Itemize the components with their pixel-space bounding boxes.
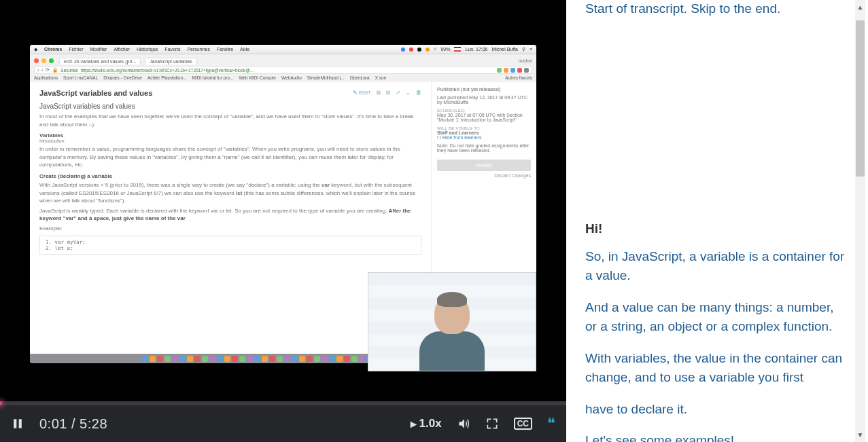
section-heading: JavaScript variables and values (39, 103, 421, 110)
bookmark: Achier Playstation... (147, 75, 186, 80)
url-text: https://studio.edx.org/container/block-v… (81, 68, 254, 73)
visibility-value: Staff and Learners (437, 130, 479, 135)
menu-item: Modifier (90, 47, 107, 52)
mac-menubar: ◆ Chrome Fichier Modifier Afficher Histo… (30, 45, 536, 54)
bookmark: Sport | myCANAL (63, 75, 98, 80)
secure-label: Sécurisé (60, 68, 77, 73)
video-pane: ◆ Chrome Fichier Modifier Afficher Histo… (0, 0, 566, 442)
svg-rect-1 (19, 419, 22, 428)
captions-button[interactable]: CC (514, 418, 532, 430)
spotlight-icon: ⚲ (522, 47, 525, 52)
menu-item: Fenêtre (217, 47, 233, 52)
browser-tab: edX JS variables and values (pri... (59, 58, 141, 65)
transcript-scroll[interactable]: Start of transcript. Skip to the end. Hi… (566, 0, 853, 442)
speed-value: 1.0x (419, 417, 442, 430)
transcript-line[interactable]: So, in JavaScript, a variable is a conta… (585, 247, 848, 286)
menu-icon: ≡ (530, 47, 532, 52)
code-example: 1. var myVar; 2. let a; (39, 236, 421, 255)
progress-bar[interactable] (0, 401, 566, 405)
progress-played (0, 401, 2, 405)
schedule-text: May 30, 2017 at 07:00 UTC with Section "… (437, 113, 531, 122)
discard-link: Discard Changes (437, 173, 531, 178)
publish-status: Published (not yet released) (437, 86, 531, 92)
profile-name: michel (519, 58, 532, 63)
subheading-small: Introduction (39, 139, 421, 143)
menu-item: Personnes (187, 47, 209, 52)
menu-item: Fichier (69, 47, 83, 52)
fullscreen-button[interactable] (485, 417, 499, 430)
transcript-line[interactable]: Let's see some examples! (585, 431, 848, 442)
subheading: Variables (39, 132, 421, 139)
menu-item: Aide (240, 47, 249, 52)
status-dot (401, 48, 405, 52)
menu-item: Favoris (165, 47, 181, 52)
flag-icon (454, 47, 461, 52)
page-title-row: JavaScript variables and values ✎ EDIT ⧉… (39, 89, 421, 97)
mac-username: Michel Buffa (492, 47, 518, 52)
menu-item: Afficher (114, 47, 130, 52)
transcript-greeting[interactable]: Hi! (585, 221, 848, 236)
video-controls: 0:01 / 5:28 ▸ 1.0x CC ❝ (0, 405, 566, 442)
address-bar: ‹ › ⟳ 🔒 Sécurisé https://studio.edx.org/… (34, 66, 532, 74)
publish-button: Publish (437, 160, 531, 171)
bookmark: OpenLara (350, 75, 370, 80)
presenter-figure (411, 289, 493, 371)
browser-tab: JavaScript variables (145, 58, 197, 65)
bookmark: X son (375, 75, 387, 80)
nav-back-icon: ‹ (37, 68, 39, 73)
nav-fwd-icon: › (41, 68, 43, 73)
note-text: Note: Do not hide graded assignments aft… (437, 143, 531, 153)
play-small-icon: ▸ (411, 417, 417, 431)
scrollbar[interactable]: ▲ ▼ (855, 0, 865, 442)
paragraph: With JavaScript versions < 5 (prior to 2… (39, 181, 421, 205)
battery-text: 99% (440, 47, 450, 52)
bookmarks-bar: Applications Sport | myCANAL Disques - O… (34, 75, 532, 80)
example-label: Example: (39, 225, 421, 233)
paragraph: In order to remember a value, programmin… (39, 145, 421, 169)
volume-button[interactable] (457, 417, 470, 430)
edit-icon: ✎ EDIT (353, 90, 371, 96)
transcript-toggle-button[interactable]: ❝ (547, 415, 555, 432)
hide-link: Hide from learners (442, 135, 482, 140)
browser-chrome: edX JS variables and values (pri... Java… (30, 54, 536, 82)
transcript-line[interactable]: And a value can be many things: a number… (585, 298, 848, 337)
bookmark: Web MIDI Console (239, 75, 275, 80)
transcript-line[interactable]: have to declare it. (585, 400, 848, 420)
clock: Lun. 17:06 (465, 47, 487, 52)
tool-icon: ↗ (396, 90, 400, 96)
tool-icon: 🗑 (416, 90, 421, 96)
pause-icon (11, 417, 24, 430)
bookmark: WebAudio (281, 75, 302, 80)
code-line: 2. let a; (46, 245, 415, 251)
page-title: JavaScript variables and values (39, 89, 152, 97)
wifi-icon: ⌔ (434, 47, 436, 52)
last-published: Last published May 12, 2017 at 09:47 UTC… (437, 95, 531, 105)
apple-icon: ◆ (34, 47, 37, 52)
ext-icons (497, 68, 529, 73)
tool-icon: ⧉ (386, 90, 390, 96)
scroll-down-icon[interactable]: ▼ (856, 430, 865, 439)
status-dot (409, 48, 413, 52)
volume-icon (457, 417, 470, 430)
bookmark: Autres favoris (505, 75, 532, 80)
bookmark: MIDI tutorial for pro... (192, 75, 233, 80)
transcript-pane: Start of transcript. Skip to the end. Hi… (566, 0, 868, 442)
pause-button[interactable] (11, 417, 24, 430)
bookmark: Disques - OneDrive (103, 75, 142, 80)
speed-button[interactable]: ▸ 1.0x (411, 417, 442, 431)
scroll-up-icon[interactable]: ▲ (856, 3, 865, 12)
cc-icon: CC (514, 418, 532, 430)
window-traffic-lights (34, 58, 54, 63)
reload-icon: ⟳ (46, 67, 50, 73)
video-area[interactable]: ◆ Chrome Fichier Modifier Afficher Histo… (0, 0, 566, 401)
status-dot (426, 48, 430, 52)
fullscreen-icon (485, 417, 499, 430)
svg-rect-0 (14, 419, 16, 428)
status-dot (417, 48, 421, 52)
scrollbar-thumb[interactable] (856, 20, 865, 177)
lock-icon: 🔒 (52, 67, 58, 73)
transcript-line[interactable]: With variables, the value in the contain… (585, 349, 848, 388)
quote-icon: ❝ (547, 415, 555, 432)
bookmark: Applications (34, 75, 58, 80)
transcript-skip-link[interactable]: Start of transcript. Skip to the end. (585, 0, 848, 18)
